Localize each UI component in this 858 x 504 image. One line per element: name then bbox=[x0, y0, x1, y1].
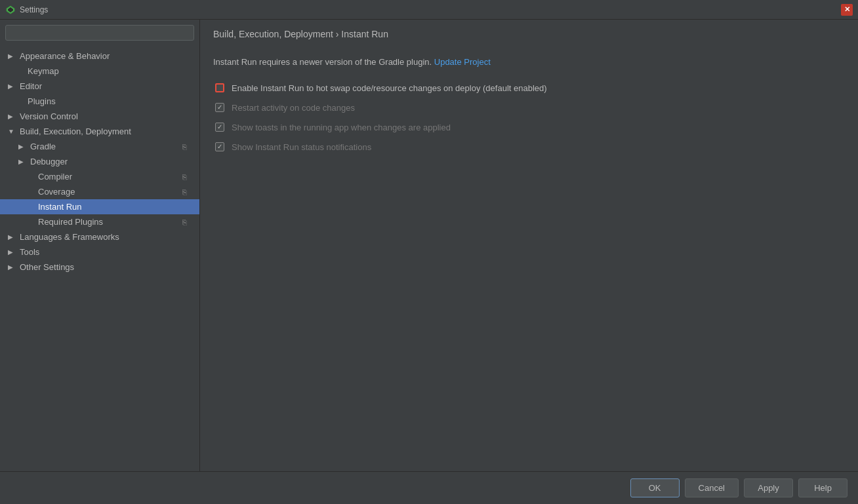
sidebar-item-compiler[interactable]: Compiler⎘ bbox=[0, 169, 199, 184]
checkbox-show-toasts[interactable] bbox=[215, 123, 224, 132]
sidebar-item-required-plugins[interactable]: Required Plugins⎘ bbox=[0, 214, 199, 229]
sidebar-label-keymap: Keymap bbox=[28, 66, 59, 76]
copy-icon-gradle: ⎘ bbox=[182, 143, 192, 151]
checkbox-label-restart-activity[interactable]: Restart activity on code changes bbox=[232, 103, 355, 113]
expand-arrow-version-control: ▶ bbox=[8, 113, 17, 120]
sidebar-label-appearance: Appearance & Behavior bbox=[20, 51, 110, 61]
sidebar-label-other-settings: Other Settings bbox=[20, 262, 74, 272]
setting-item-enable-instant-run: Enable Instant Run to hot swap code/reso… bbox=[213, 81, 845, 94]
setting-item-show-toasts: Show toasts in the running app when chan… bbox=[213, 121, 845, 134]
sidebar-item-keymap[interactable]: Keymap bbox=[0, 64, 199, 79]
sidebar-label-coverage: Coverage bbox=[38, 187, 75, 197]
sidebar-label-editor: Editor bbox=[20, 81, 42, 91]
copy-icon-coverage: ⎘ bbox=[182, 188, 192, 196]
info-text: Instant Run requires a newer version of … bbox=[213, 57, 432, 67]
info-message: Instant Run requires a newer version of … bbox=[213, 56, 845, 68]
sidebar-label-plugins: Plugins bbox=[28, 96, 56, 106]
sidebar-item-build[interactable]: ▼Build, Execution, Deployment bbox=[0, 124, 199, 139]
window-title: Settings bbox=[20, 5, 48, 14]
content-body: Instant Run requires a newer version of … bbox=[200, 46, 858, 471]
setting-item-show-notifications: Show Instant Run status notifications bbox=[213, 140, 845, 153]
app-icon bbox=[5, 5, 16, 15]
content-title: Build, Execution, Deployment › Instant R… bbox=[213, 29, 388, 39]
sidebar-item-version-control[interactable]: ▶Version Control bbox=[0, 109, 199, 124]
sidebar-item-coverage[interactable]: Coverage⎘ bbox=[0, 184, 199, 199]
sidebar-item-tools[interactable]: ▶Tools bbox=[0, 244, 199, 260]
ok-button[interactable]: OK bbox=[630, 478, 680, 497]
sidebar-item-debugger[interactable]: ▶Debugger bbox=[0, 154, 199, 169]
checkbox-label-enable-instant-run[interactable]: Enable Instant Run to hot swap code/reso… bbox=[232, 83, 547, 93]
close-button[interactable]: ✕ bbox=[841, 4, 853, 16]
copy-icon-compiler: ⎘ bbox=[182, 173, 192, 181]
sidebar-label-build: Build, Execution, Deployment bbox=[20, 126, 131, 136]
sidebar-label-compiler: Compiler bbox=[38, 172, 72, 182]
sidebar: ▶Appearance & BehaviorKeymap▶EditorPlugi… bbox=[0, 20, 200, 471]
checkbox-enable-instant-run[interactable] bbox=[215, 83, 224, 92]
update-project-link[interactable]: Update Project bbox=[434, 57, 491, 67]
sidebar-label-tools: Tools bbox=[20, 247, 39, 257]
expand-arrow-languages: ▶ bbox=[8, 233, 17, 241]
sidebar-item-editor[interactable]: ▶Editor bbox=[0, 79, 199, 94]
sidebar-label-debugger: Debugger bbox=[30, 157, 68, 166]
expand-arrow-debugger: ▶ bbox=[18, 158, 28, 165]
sidebar-item-other-settings[interactable]: ▶Other Settings bbox=[0, 260, 199, 275]
expand-arrow-gradle: ▶ bbox=[18, 143, 28, 150]
expand-arrow-build: ▼ bbox=[8, 128, 17, 135]
titlebar: Settings ✕ bbox=[0, 0, 858, 20]
sidebar-label-gradle: Gradle bbox=[30, 142, 56, 151]
sidebar-item-gradle[interactable]: ▶Gradle⎘ bbox=[0, 139, 199, 154]
sidebar-label-languages: Languages & Frameworks bbox=[20, 232, 119, 242]
setting-item-restart-activity: Restart activity on code changes bbox=[213, 101, 845, 114]
copy-icon-required-plugins: ⎘ bbox=[182, 218, 192, 226]
checkbox-wrapper-enable-instant-run bbox=[213, 81, 226, 94]
sidebar-item-instant-run[interactable]: Instant Run bbox=[0, 199, 199, 214]
cancel-button[interactable]: Cancel bbox=[685, 478, 739, 497]
search-input[interactable] bbox=[5, 25, 194, 41]
sidebar-item-plugins[interactable]: Plugins bbox=[0, 94, 199, 109]
content-header: Build, Execution, Deployment › Instant R… bbox=[200, 20, 858, 46]
expand-arrow-tools: ▶ bbox=[8, 248, 17, 256]
content-area: Build, Execution, Deployment › Instant R… bbox=[200, 20, 858, 471]
sidebar-label-version-control: Version Control bbox=[20, 111, 78, 121]
bottom-bar: OK Cancel Apply Help bbox=[0, 471, 858, 504]
sidebar-item-appearance[interactable]: ▶Appearance & Behavior bbox=[0, 48, 199, 64]
expand-arrow-appearance: ▶ bbox=[8, 52, 17, 60]
checkbox-label-show-notifications[interactable]: Show Instant Run status notifications bbox=[232, 142, 371, 152]
main-container: ▶Appearance & BehaviorKeymap▶EditorPlugi… bbox=[0, 20, 858, 471]
settings-list: Enable Instant Run to hot swap code/reso… bbox=[213, 81, 845, 153]
sidebar-label-instant-run: Instant Run bbox=[38, 202, 82, 212]
help-button[interactable]: Help bbox=[798, 478, 848, 497]
expand-arrow-editor: ▶ bbox=[8, 83, 17, 90]
checkbox-wrapper-show-toasts bbox=[213, 121, 226, 134]
sidebar-nav: ▶Appearance & BehaviorKeymap▶EditorPlugi… bbox=[0, 46, 199, 277]
expand-arrow-other-settings: ▶ bbox=[8, 263, 17, 271]
checkbox-label-show-toasts[interactable]: Show toasts in the running app when chan… bbox=[232, 123, 451, 132]
checkbox-show-notifications[interactable] bbox=[215, 142, 224, 151]
checkbox-restart-activity[interactable] bbox=[215, 103, 224, 112]
sidebar-label-required-plugins: Required Plugins bbox=[38, 217, 103, 227]
apply-button[interactable]: Apply bbox=[744, 478, 793, 497]
checkbox-wrapper-restart-activity bbox=[213, 101, 226, 114]
sidebar-item-languages[interactable]: ▶Languages & Frameworks bbox=[0, 229, 199, 244]
checkbox-wrapper-show-notifications bbox=[213, 140, 226, 153]
